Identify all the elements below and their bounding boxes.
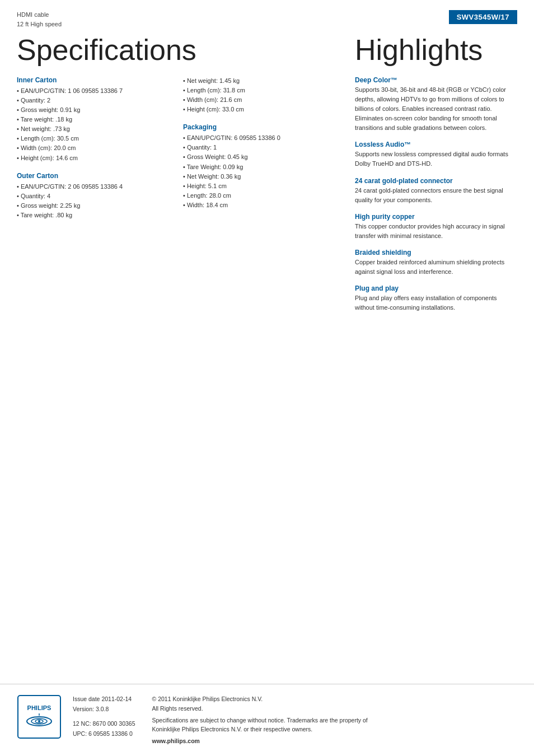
outer-carton-items: EAN/UPC/GTIN: 2 06 09585 13386 4Quantity…: [17, 182, 172, 220]
upc-value: 6 09585 13386 0: [88, 730, 133, 737]
outer-carton-cont-items: Net weight: 1.45 kgLength (cm): 31.8 cmW…: [183, 76, 338, 114]
list-item: Gross Weight: 0.45 kg: [183, 152, 338, 162]
outer-carton-section: Outer Carton EAN/UPC/GTIN: 2 06 09585 13…: [17, 172, 172, 220]
highlight-item: 24 carat gold-plated connector24 carat g…: [355, 177, 517, 205]
disclaimer-line: Specifications are subject to change wit…: [152, 716, 376, 735]
highlight-desc: Supports new lossless compressed digital…: [355, 150, 517, 169]
version-value: 3.0.8: [96, 706, 109, 712]
list-item: Quantity: 2: [17, 96, 172, 105]
highlights-list: Deep Color™Supports 30-bit, 36-bit and 4…: [355, 76, 517, 312]
list-item: Width (cm): 20.0 cm: [17, 143, 172, 153]
highlight-item: Lossless Audio™Supports new lossless com…: [355, 141, 517, 169]
list-item: Height (cm): 14.6 cm: [17, 153, 172, 163]
page-title: Specifications: [17, 34, 338, 66]
nc-value: 8670 000 30365: [93, 720, 135, 727]
version-label: Version:: [73, 706, 94, 712]
nc-label: 12 NC:: [73, 720, 91, 727]
footer: PHILIPS Issue date 2011-02-14 Vers: [0, 684, 534, 756]
specs-area: Inner Carton EAN/UPC/GTIN: 1 06 09585 13…: [17, 76, 338, 229]
list-item: Net weight: 1.45 kg: [183, 76, 338, 86]
list-item: Length: 28.0 cm: [183, 191, 338, 200]
highlight-desc: Supports 30-bit, 36-bit and 48-bit (RGB …: [355, 85, 517, 133]
footer-issue-date: Issue date 2011-02-14: [73, 694, 135, 704]
main-content: Specifications Inner Carton EAN/UPC/GTIN…: [0, 29, 534, 320]
highlight-title: Deep Color™: [355, 76, 517, 84]
footer-legal: © 2011 Koninklijke Philips Electronics N…: [152, 694, 376, 746]
highlight-title: 24 carat gold-plated connector: [355, 177, 517, 185]
philips-logo: PHILIPS: [17, 694, 62, 739]
packaging-items: EAN/UPC/GTIN: 6 09585 13386 0Quantity: 1…: [183, 133, 338, 209]
packaging-section: Packaging EAN/UPC/GTIN: 6 09585 13386 0Q…: [183, 123, 338, 209]
list-item: Width: 18.4 cm: [183, 200, 338, 210]
issue-date-label: Issue date: [73, 696, 100, 702]
highlight-title: Lossless Audio™: [355, 141, 517, 148]
highlight-desc: This copper conductor provides high accu…: [355, 222, 517, 241]
list-item: Tare weight: .80 kg: [17, 211, 172, 220]
list-item: Gross weight: 2.25 kg: [17, 201, 172, 211]
list-item: Quantity: 1: [183, 143, 338, 152]
list-item: Width (cm): 21.6 cm: [183, 95, 338, 105]
header-bar: HDMI cable 12 ft High speed SWV3545W/17: [0, 0, 534, 29]
footer-upc: UPC: 6 09585 13386 0: [73, 729, 135, 739]
svg-point-5: [38, 720, 40, 722]
list-item: Length (cm): 30.5 cm: [17, 134, 172, 143]
inner-carton-section: Inner Carton EAN/UPC/GTIN: 1 06 09585 13…: [17, 76, 172, 162]
list-item: Net Weight: 0.36 kg: [183, 172, 338, 181]
upc-label: UPC:: [73, 730, 87, 737]
product-info: HDMI cable 12 ft High speed: [17, 10, 62, 29]
copyright-line: © 2011 Koninklijke Philips Electronics N…: [152, 694, 376, 704]
footer-version: Version: 3.0.8: [73, 704, 135, 715]
highlight-title: Plug and play: [355, 284, 517, 292]
issue-date-value: 2011-02-14: [101, 696, 132, 702]
footer-nc: 12 NC: 8670 000 30365: [73, 719, 135, 729]
model-badge: SWV3545W/17: [449, 10, 517, 24]
footer-meta: Issue date 2011-02-14 Version: 3.0.8 12 …: [73, 694, 135, 739]
highlight-desc: 24 carat gold-plated connectors ensure t…: [355, 186, 517, 205]
product-line: HDMI cable: [17, 10, 62, 20]
list-item: Net weight: .73 kg: [17, 124, 172, 134]
rights-line: All Rights reserved.: [152, 704, 376, 713]
list-item: EAN/UPC/GTIN: 6 09585 13386 0: [183, 133, 338, 143]
outer-carton-title: Outer Carton: [17, 172, 172, 180]
list-item: Height: 5.1 cm: [183, 181, 338, 191]
list-item: EAN/UPC/GTIN: 2 06 09585 13386 4: [17, 182, 172, 192]
outer-carton-cont: Net weight: 1.45 kgLength (cm): 31.8 cmW…: [183, 76, 338, 114]
list-item: EAN/UPC/GTIN: 1 06 09585 13386 7: [17, 86, 172, 96]
highlight-desc: Plug and play offers easy installation o…: [355, 293, 517, 312]
highlight-item: Plug and playPlug and play offers easy i…: [355, 284, 517, 312]
footer-content: Issue date 2011-02-14 Version: 3.0.8 12 …: [73, 694, 517, 746]
list-item: Quantity: 4: [17, 192, 172, 201]
list-item: Tare weight: .18 kg: [17, 115, 172, 124]
product-desc: 12 ft High speed: [17, 20, 62, 29]
highlight-desc: Copper braided reinforced aluminum shiel…: [355, 258, 517, 277]
list-item: Gross weight: 0.91 kg: [17, 105, 172, 115]
highlights-title: Highlights: [355, 34, 517, 66]
inner-carton-items: EAN/UPC/GTIN: 1 06 09585 13386 7Quantity…: [17, 86, 172, 162]
col-packaging: Net weight: 1.45 kgLength (cm): 31.8 cmW…: [183, 76, 338, 229]
svg-text:PHILIPS: PHILIPS: [27, 704, 51, 711]
highlights-section: Highlights Deep Color™Supports 30-bit, 3…: [355, 29, 517, 320]
inner-carton-title: Inner Carton: [17, 76, 172, 84]
list-item: Tare Weight: 0.09 kg: [183, 162, 338, 172]
highlight-item: Deep Color™Supports 30-bit, 36-bit and 4…: [355, 76, 517, 133]
page: HDMI cable 12 ft High speed SWV3545W/17 …: [0, 0, 534, 756]
col-inner-outer: Inner Carton EAN/UPC/GTIN: 1 06 09585 13…: [17, 76, 172, 229]
highlight-item: High purity copperThis copper conductor …: [355, 213, 517, 241]
list-item: Height (cm): 33.0 cm: [183, 105, 338, 114]
highlight-item: Braided shieldingCopper braided reinforc…: [355, 249, 517, 277]
website-line: www.philips.com: [152, 736, 376, 746]
list-item: Length (cm): 31.8 cm: [183, 86, 338, 95]
highlight-title: High purity copper: [355, 213, 517, 221]
specs-section: Specifications Inner Carton EAN/UPC/GTIN…: [17, 29, 338, 320]
packaging-title: Packaging: [183, 123, 338, 131]
highlight-title: Braided shielding: [355, 249, 517, 256]
